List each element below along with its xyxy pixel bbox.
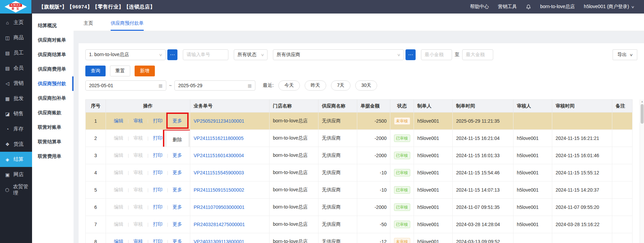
sidebar-item-10[interactable]: ▣网店	[0, 167, 32, 182]
store-more-button[interactable]: ⋯	[167, 49, 177, 60]
supplier-name-cell: 无供应商	[318, 113, 357, 130]
column-header: 制单时间	[453, 100, 513, 113]
action-audit-link[interactable]: 审核	[133, 118, 143, 124]
submenu-item-1[interactable]: 供应商对账单	[32, 33, 74, 47]
action-print-link[interactable]: 打印	[153, 187, 163, 193]
order-number-link[interactable]: VP24111516014300004	[194, 153, 244, 158]
calendar-icon[interactable]: ▦	[248, 83, 252, 88]
app-logo[interactable]: AIBAO 爱 宝	[0, 0, 31, 14]
action-divider: |	[128, 188, 129, 192]
action-more-link[interactable]: 更多	[173, 187, 182, 193]
farm-trade-icon: ⬡	[4, 187, 10, 193]
table-scrollbar[interactable]: ▲	[640, 99, 644, 243]
quick-range-1[interactable]: 昨天	[305, 80, 326, 91]
store-select[interactable]: 1. born-to-love总店 ∨	[85, 49, 166, 60]
column-header: 审核人	[513, 100, 552, 113]
sidebar-item-4[interactable]: ◁营销	[0, 76, 32, 91]
action-divider: |	[147, 170, 148, 175]
sidebar-item-6[interactable]: ◪销售	[0, 106, 32, 121]
action-more-link[interactable]: 更多	[173, 118, 182, 124]
submenu-item-5[interactable]: 供应商扣补单	[32, 91, 74, 105]
order-number-link[interactable]: PR24110709503000001	[194, 204, 245, 210]
sidebar-item-7[interactable]: ◔库存	[0, 121, 32, 137]
auditor-cell: h5love001	[513, 216, 552, 233]
action-more-link[interactable]: 更多	[173, 239, 182, 243]
action-more-link[interactable]: 更多	[173, 170, 182, 176]
scrollbar-thumb[interactable]	[641, 104, 644, 124]
sidebar-item-1[interactable]: ◫商品	[0, 30, 32, 45]
action-print-link[interactable]: 打印	[153, 152, 163, 159]
table-row: 2编辑|审核|打印|更多删除VP24111516211800005born-to…	[86, 130, 633, 147]
sidebar-item-2[interactable]: ▤员工	[0, 45, 32, 60]
member-icon: ▤	[4, 66, 10, 71]
reset-button[interactable]: 重置	[110, 66, 130, 76]
notification-bell-icon[interactable]	[526, 4, 531, 10]
submenu-item-9[interactable]: 联营费用单	[32, 149, 74, 164]
sidebar-item-5[interactable]: ▦批发	[0, 91, 32, 106]
order-number-link[interactable]: PR24111509151500002	[194, 187, 244, 193]
secondary-sidebar: 结算概况供应商对账单供应商结算单供应商费用单供应商预付款供应商扣补单供应商账款联…	[32, 14, 74, 243]
marketing-icon: ◁	[4, 81, 10, 86]
submenu-item-8[interactable]: 联营结算单	[32, 135, 74, 149]
submenu-item-2[interactable]: 供应商结算单	[32, 47, 74, 62]
max-amount-input[interactable]: 最大金额	[462, 49, 493, 60]
action-print-link[interactable]: 打印	[153, 204, 163, 210]
submenu-item-0[interactable]: 结算概况	[32, 18, 74, 33]
action-more-link[interactable]: 更多	[173, 221, 182, 227]
sidebar-item-3[interactable]: ▤会员	[0, 60, 32, 76]
status-select[interactable]: 所有状态 ∨	[234, 49, 268, 60]
add-button[interactable]: 新增	[135, 66, 155, 76]
supplier-select[interactable]: 所有供应商 ∨	[273, 49, 404, 60]
action-print-link[interactable]: 打印	[153, 118, 163, 124]
action-print-link[interactable]: 打印	[153, 135, 163, 141]
quick-range-2[interactable]: 7天	[331, 80, 351, 91]
sidebar-item-0[interactable]: ⌂主页	[0, 15, 32, 30]
order-number-link[interactable]: VP24111515545900003	[194, 170, 244, 175]
supplier-name-cell: 无供应商	[318, 199, 357, 216]
action-print-link[interactable]: 打印	[153, 221, 163, 227]
sidebar-item-9[interactable]: ◈结算	[0, 152, 32, 167]
order-number-link[interactable]: VP24031309113800001	[194, 239, 244, 243]
quick-range-3[interactable]: 30天	[355, 80, 377, 91]
date-to-input[interactable]: 2025-05-29 ▦	[174, 80, 255, 91]
order-number-link[interactable]: PR24032814275000001	[194, 222, 245, 227]
min-amount-input[interactable]: 最小金额	[421, 49, 452, 60]
current-store[interactable]: born-to-love总店	[540, 4, 575, 10]
sidebar-item-11[interactable]: ⬡农贸管理	[0, 182, 32, 197]
supplier-more-button[interactable]: ⋯	[405, 49, 416, 60]
sidebar-item-8[interactable]: ❖货流	[0, 137, 32, 152]
delete-menu-item[interactable]: 删除	[173, 137, 182, 143]
quick-range-0[interactable]: 今天	[278, 80, 300, 91]
action-audit-link[interactable]: 审核	[133, 239, 143, 243]
submenu-item-6[interactable]: 供应商账款	[32, 105, 74, 120]
scrollbar-up-arrow[interactable]: ▲	[640, 100, 644, 103]
row-index-cell: 6	[86, 199, 106, 216]
action-more-link[interactable]: 更多	[173, 204, 182, 210]
calendar-icon[interactable]: ▦	[159, 83, 163, 88]
action-print-link[interactable]: 打印	[153, 170, 163, 176]
marketing-tools-link[interactable]: 营销工具	[498, 4, 517, 10]
account-menu[interactable]: h5love001 (商户登录) ∨	[584, 4, 634, 10]
search-button[interactable]: 查询	[85, 66, 106, 76]
create-time-cell: 2024-11-15 16:21:04	[453, 130, 513, 147]
action-print-link[interactable]: 打印	[153, 239, 163, 243]
buttons-row: 查询 重置 新增	[85, 66, 637, 76]
submenu-item-7[interactable]: 联营对账单	[32, 120, 74, 135]
tab-1[interactable]: 供应商预付款单	[111, 20, 144, 31]
action-edit-link[interactable]: 编辑	[114, 118, 123, 124]
tab-0[interactable]: 主页	[84, 20, 93, 31]
export-button[interactable]: 导出 ∨	[613, 49, 637, 60]
status-badge: 已审核	[394, 186, 410, 194]
more-dropdown-menu: 删除	[166, 131, 189, 147]
action-more-link[interactable]: 更多	[173, 152, 182, 159]
status-select-value: 所有状态	[237, 52, 256, 58]
date-from-input[interactable]: 2025-05-01 ▦	[85, 80, 166, 91]
submenu-item-3[interactable]: 供应商费用单	[32, 62, 74, 76]
order-number-link[interactable]: VP25052911234100001	[194, 118, 244, 124]
help-center-link[interactable]: 帮助中心	[470, 4, 489, 10]
action-more-link[interactable]: 更多删除	[173, 135, 182, 141]
submenu-item-4[interactable]: 供应商预付款	[32, 76, 74, 91]
order-number-input[interactable]: 请输入单号	[183, 49, 228, 60]
order-number-link[interactable]: VP24111516211800005	[194, 136, 244, 141]
action-edit-link[interactable]: 编辑	[114, 239, 123, 243]
